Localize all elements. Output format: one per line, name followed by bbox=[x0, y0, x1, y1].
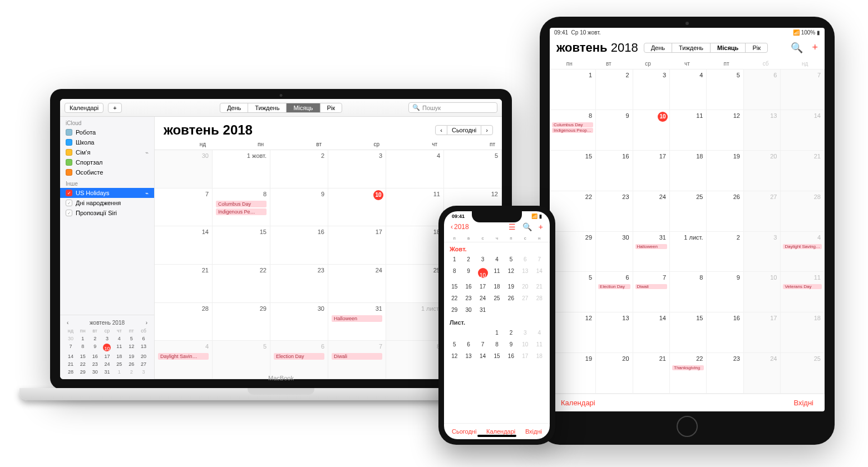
day-cell[interactable]: 25 bbox=[781, 353, 825, 394]
search-field[interactable]: 🔍 Пошук bbox=[408, 102, 497, 113]
mini-day[interactable]: 13 bbox=[137, 342, 150, 352]
day-cell[interactable]: 2 bbox=[596, 69, 633, 110]
mini-day[interactable]: 10 bbox=[101, 342, 114, 352]
day-cell[interactable]: 14 bbox=[633, 312, 670, 353]
day-cell[interactable]: 17 bbox=[518, 350, 532, 362]
day-cell[interactable]: 18 bbox=[490, 281, 504, 292]
checkbox[interactable]: ✓ bbox=[66, 200, 72, 206]
day-cell[interactable]: 18 bbox=[386, 226, 444, 265]
event-pill[interactable]: Daylight Savin… bbox=[158, 353, 209, 360]
mini-day[interactable]: 27 bbox=[137, 360, 150, 368]
list-icon[interactable]: ☰ bbox=[509, 222, 516, 231]
event-pill[interactable]: Indigenous Pe… bbox=[216, 208, 267, 215]
day-cell[interactable]: 23 bbox=[461, 292, 475, 304]
day-cell[interactable]: 29 bbox=[447, 304, 461, 316]
day-cell[interactable]: 19 bbox=[504, 281, 518, 292]
day-cell[interactable]: 12 bbox=[504, 265, 518, 281]
mini-day[interactable]: 6 bbox=[137, 335, 150, 342]
day-cell[interactable]: 1 bbox=[550, 69, 596, 110]
day-cell[interactable]: 10 bbox=[633, 110, 670, 151]
day-cell[interactable]: 11 bbox=[490, 265, 504, 281]
mini-day[interactable]: 17 bbox=[101, 352, 114, 360]
day-cell[interactable]: 6 bbox=[744, 69, 781, 110]
today-button[interactable]: Сьогодні bbox=[447, 125, 481, 135]
day-cell[interactable]: 8 bbox=[386, 341, 444, 379]
day-cell[interactable]: 23 bbox=[707, 353, 743, 394]
event-pill[interactable]: Diwali bbox=[332, 353, 382, 360]
day-cell[interactable]: 24 bbox=[328, 265, 386, 303]
day-cell[interactable]: 7 bbox=[781, 69, 825, 110]
day-cell[interactable]: 16 bbox=[596, 151, 633, 191]
day-cell[interactable]: 17 bbox=[476, 281, 490, 292]
add-icon[interactable]: + bbox=[539, 222, 543, 231]
day-cell[interactable] bbox=[532, 304, 546, 316]
day-cell[interactable]: 28 bbox=[781, 191, 825, 232]
view-day[interactable]: День bbox=[644, 43, 672, 52]
view-week[interactable]: Тиждень bbox=[248, 103, 287, 112]
view-week[interactable]: Тиждень bbox=[672, 43, 711, 52]
mini-day[interactable]: 31 bbox=[101, 368, 114, 376]
day-cell[interactable]: 9 bbox=[504, 339, 518, 350]
day-cell[interactable]: 3 bbox=[744, 232, 781, 272]
day-cell[interactable]: 5 bbox=[550, 272, 596, 312]
day-cell[interactable]: 31Halloween bbox=[633, 232, 670, 272]
home-button[interactable] bbox=[677, 416, 698, 437]
day-cell[interactable]: 7 bbox=[155, 188, 213, 227]
day-cell[interactable]: 18 bbox=[670, 151, 707, 191]
day-cell[interactable]: 9 bbox=[596, 110, 633, 151]
day-cell[interactable]: 25 bbox=[386, 265, 444, 303]
mini-day[interactable]: 24 bbox=[101, 360, 114, 368]
day-cell[interactable]: 11 bbox=[670, 110, 707, 151]
day-cell[interactable] bbox=[504, 304, 518, 316]
day-cell[interactable]: 21 bbox=[532, 281, 546, 292]
day-cell[interactable]: 24 bbox=[633, 191, 670, 232]
day-cell[interactable]: 10 bbox=[328, 188, 386, 227]
day-cell[interactable]: 19 bbox=[707, 151, 743, 191]
day-cell[interactable]: 15 bbox=[550, 151, 596, 191]
event-pill[interactable]: Halloween bbox=[635, 244, 667, 249]
checkbox[interactable]: ✓ bbox=[66, 190, 72, 196]
day-cell[interactable]: 20 bbox=[744, 151, 781, 191]
event-pill[interactable]: Election Day bbox=[598, 284, 630, 289]
view-month[interactable]: Місяць bbox=[287, 103, 320, 112]
day-cell[interactable]: 3 bbox=[476, 254, 490, 265]
day-cell[interactable]: 14 bbox=[532, 265, 546, 281]
mini-day[interactable]: 3 bbox=[101, 335, 114, 342]
day-cell[interactable] bbox=[447, 327, 461, 339]
day-cell[interactable]: 13 bbox=[744, 110, 781, 151]
day-cell[interactable]: 6Election Day bbox=[596, 272, 633, 312]
search-icon[interactable]: 🔍 bbox=[791, 42, 803, 54]
search-icon[interactable]: 🔍 bbox=[522, 222, 532, 231]
calendars-button[interactable]: Календарі bbox=[65, 103, 103, 113]
day-cell[interactable]: 8 bbox=[670, 272, 707, 312]
day-cell[interactable]: 5 bbox=[707, 69, 743, 110]
calendar-item[interactable]: Школа bbox=[60, 137, 154, 147]
mini-day[interactable]: 1 bbox=[77, 335, 89, 342]
prev-month-button[interactable]: ‹ bbox=[435, 125, 447, 135]
event-pill[interactable]: Thanksgiving bbox=[672, 365, 704, 370]
day-cell[interactable]: 28 bbox=[155, 303, 213, 341]
day-cell[interactable]: 27 bbox=[518, 292, 532, 304]
event-pill[interactable]: Columbus Day bbox=[552, 122, 593, 127]
day-cell[interactable]: 12 bbox=[707, 110, 743, 151]
day-cell[interactable]: 18 bbox=[781, 312, 825, 353]
day-cell[interactable]: 10 bbox=[476, 265, 490, 281]
calendar-item[interactable]: ✓Дні народження bbox=[60, 198, 154, 208]
day-cell[interactable]: 11 bbox=[532, 339, 546, 350]
day-cell[interactable]: 30 bbox=[596, 232, 633, 272]
day-cell[interactable]: 12 bbox=[550, 312, 596, 353]
day-cell[interactable]: 28 bbox=[532, 292, 546, 304]
home-indicator[interactable] bbox=[477, 435, 516, 437]
day-cell[interactable]: 25 bbox=[670, 191, 707, 232]
mini-day[interactable]: 16 bbox=[89, 352, 101, 360]
day-cell[interactable]: 2 bbox=[707, 232, 743, 272]
day-cell[interactable]: 23 bbox=[596, 191, 633, 232]
day-cell[interactable]: 8Columbus DayIndigenous Peop… bbox=[550, 110, 596, 151]
mini-day[interactable]: 12 bbox=[125, 342, 137, 352]
day-cell[interactable]: 24 bbox=[744, 353, 781, 394]
day-cell[interactable]: 22Thanksgiving bbox=[670, 353, 707, 394]
calendar-item[interactable]: ✓Пропозиції Siri bbox=[60, 208, 154, 218]
day-cell[interactable]: 4 bbox=[386, 150, 444, 188]
day-cell[interactable]: 26 bbox=[504, 292, 518, 304]
day-cell[interactable]: 4 bbox=[490, 254, 504, 265]
